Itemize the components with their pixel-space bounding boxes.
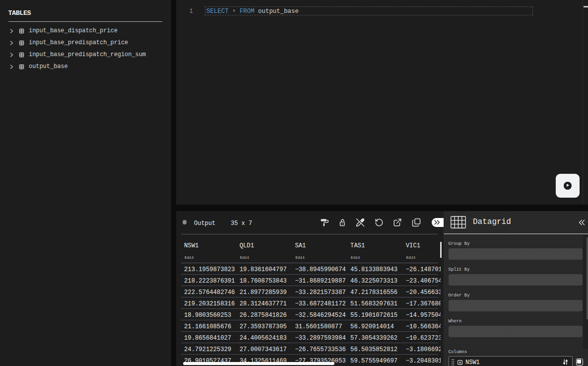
svg-text:A: A [459,361,461,365]
